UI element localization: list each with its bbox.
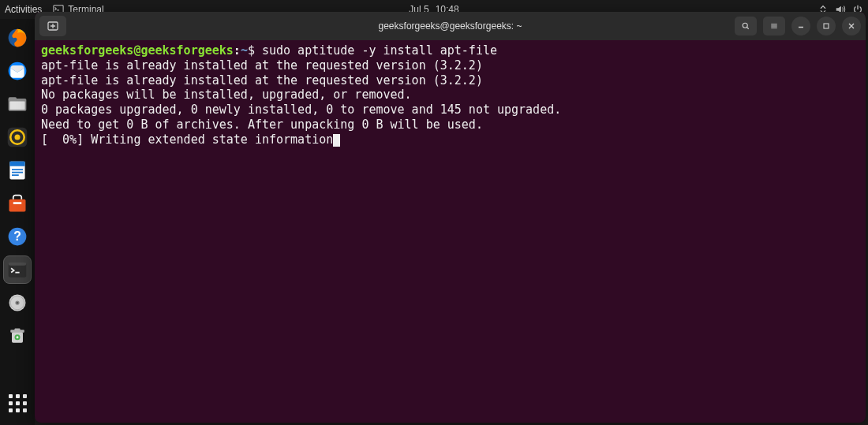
- search-button[interactable]: [735, 17, 757, 35]
- dock-disc[interactable]: [3, 289, 32, 317]
- svg-rect-4: [9, 97, 17, 101]
- terminal-output-line: apt-file is already installed at the req…: [41, 73, 483, 88]
- dock-writer[interactable]: [3, 156, 32, 185]
- svg-point-29: [743, 23, 747, 28]
- svg-point-8: [15, 135, 21, 140]
- terminal-output-line: Need to get 0 B of archives. After unpac…: [41, 117, 483, 132]
- minimize-button[interactable]: [791, 17, 810, 35]
- terminal-output-line: apt-file is already installed at the req…: [41, 58, 483, 73]
- dock-terminal[interactable]: [3, 255, 32, 284]
- svg-rect-30: [824, 24, 829, 28]
- prompt-symbol: $: [248, 43, 255, 58]
- terminal-output-line: No packages will be installed, upgraded,…: [41, 88, 412, 102]
- maximize-button[interactable]: [817, 17, 836, 35]
- new-tab-button[interactable]: [39, 16, 66, 36]
- svg-rect-14: [9, 199, 26, 212]
- svg-rect-26: [15, 328, 21, 330]
- terminal-cursor: [333, 134, 340, 147]
- dock-rhythmbox[interactable]: [3, 123, 32, 151]
- svg-rect-12: [12, 172, 23, 173]
- dock-firefox[interactable]: [3, 24, 32, 52]
- dock-software[interactable]: [3, 189, 32, 218]
- terminal-command: sudo aptitude -y install apt-file: [262, 43, 497, 58]
- prompt-user-host: geeksforgeeks@geeksforgeeks: [41, 43, 234, 58]
- menu-button[interactable]: [763, 17, 785, 35]
- dock-trash[interactable]: [3, 322, 32, 350]
- svg-rect-10: [9, 162, 24, 166]
- svg-rect-11: [12, 169, 23, 170]
- svg-rect-5: [9, 102, 24, 110]
- dock: ?: [0, 19, 35, 425]
- terminal-output-line: [ 0%] Writing extended state information: [41, 132, 333, 147]
- titlebar: geeksforgeeks@geeksforgeeks: ~: [35, 12, 866, 40]
- dock-thunderbird[interactable]: [3, 57, 32, 85]
- window-title: geeksforgeeks@geeksforgeeks: ~: [379, 21, 522, 32]
- svg-text:?: ?: [13, 229, 21, 243]
- terminal-output-line: 0 packages upgraded, 0 newly installed, …: [41, 103, 561, 117]
- dock-files[interactable]: [3, 90, 32, 118]
- svg-point-23: [17, 302, 19, 304]
- dock-help[interactable]: ?: [3, 222, 32, 251]
- terminal-body[interactable]: geeksforgeeks@geeksforgeeks:~$ sudo apti…: [35, 40, 866, 423]
- prompt-colon: :: [234, 43, 241, 58]
- svg-rect-19: [9, 262, 27, 265]
- show-applications-button[interactable]: [3, 389, 32, 417]
- svg-rect-13: [12, 174, 19, 176]
- svg-rect-15: [13, 202, 22, 204]
- terminal-window: geeksforgeeks@geeksforgeeks: ~ geeksforg…: [35, 12, 866, 423]
- close-button[interactable]: [842, 17, 861, 35]
- prompt-path: ~: [241, 43, 248, 58]
